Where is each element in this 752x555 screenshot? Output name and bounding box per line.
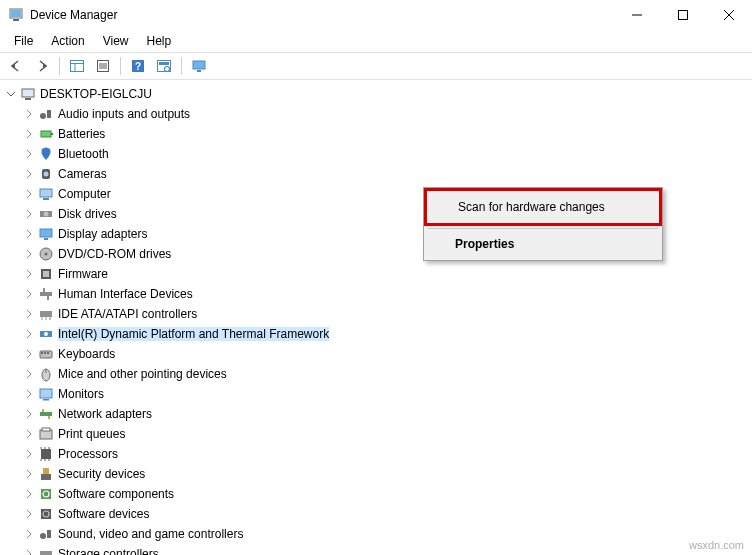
- tree-item-label: Firmware: [58, 267, 108, 281]
- tree-item[interactable]: Batteries: [2, 124, 750, 144]
- device-category-icon: [38, 206, 54, 222]
- back-button[interactable]: [4, 55, 28, 77]
- svg-rect-39: [40, 292, 52, 296]
- properties-button[interactable]: [91, 55, 115, 77]
- expand-icon[interactable]: [22, 227, 36, 241]
- tree-item-label: Processors: [58, 447, 118, 461]
- expand-icon[interactable]: [22, 467, 36, 481]
- scan-hardware-button[interactable]: [152, 55, 176, 77]
- svg-rect-56: [40, 412, 52, 416]
- expand-icon[interactable]: [22, 367, 36, 381]
- monitor-button[interactable]: [187, 55, 211, 77]
- tree-item-label: Computer: [58, 187, 111, 201]
- tree-item-label: IDE ATA/ATAPI controllers: [58, 307, 197, 321]
- device-category-icon: [38, 466, 54, 482]
- svg-rect-4: [679, 11, 688, 20]
- expand-icon[interactable]: [22, 127, 36, 141]
- device-category-icon: [38, 366, 54, 382]
- device-category-icon: [38, 126, 54, 142]
- svg-point-23: [40, 113, 46, 119]
- tree-item[interactable]: Network adapters: [2, 404, 750, 424]
- expand-icon[interactable]: [22, 327, 36, 341]
- titlebar: Device Manager: [0, 0, 752, 30]
- expand-icon[interactable]: [22, 247, 36, 261]
- tree-item[interactable]: Firmware: [2, 264, 750, 284]
- tree-item[interactable]: Intel(R) Dynamic Platform and Thermal Fr…: [2, 324, 750, 344]
- expand-icon[interactable]: [22, 287, 36, 301]
- expand-icon[interactable]: [22, 447, 36, 461]
- tree-item[interactable]: Bluetooth: [2, 144, 750, 164]
- expand-icon[interactable]: [22, 107, 36, 121]
- tree-item[interactable]: Processors: [2, 444, 750, 464]
- context-menu-scan-hardware[interactable]: Scan for hardware changes: [430, 194, 656, 220]
- expand-icon[interactable]: [22, 427, 36, 441]
- expand-icon[interactable]: [22, 487, 36, 501]
- expand-icon[interactable]: [22, 147, 36, 161]
- minimize-button[interactable]: [614, 0, 660, 30]
- tree-item-label: Mice and other pointing devices: [58, 367, 227, 381]
- expand-icon[interactable]: [22, 387, 36, 401]
- menu-help[interactable]: Help: [139, 32, 180, 50]
- device-category-icon: [38, 346, 54, 362]
- tree-item[interactable]: Audio inputs and outputs: [2, 104, 750, 124]
- tree-root[interactable]: DESKTOP-EIGLCJU: [2, 84, 750, 104]
- device-category-icon: [38, 326, 54, 342]
- svg-rect-41: [47, 296, 49, 300]
- tree-item-label: Human Interface Devices: [58, 287, 193, 301]
- tree-item[interactable]: Print queues: [2, 424, 750, 444]
- context-menu-properties[interactable]: Properties: [427, 231, 659, 257]
- expand-icon[interactable]: [22, 527, 36, 541]
- expand-icon[interactable]: [22, 347, 36, 361]
- expand-icon[interactable]: [22, 187, 36, 201]
- forward-button[interactable]: [30, 55, 54, 77]
- tree-item[interactable]: Sound, video and game controllers: [2, 524, 750, 544]
- tree-item[interactable]: Monitors: [2, 384, 750, 404]
- tree-item[interactable]: Software devices: [2, 504, 750, 524]
- expand-icon[interactable]: [22, 207, 36, 221]
- expand-icon[interactable]: [22, 167, 36, 181]
- tree-item-label: Disk drives: [58, 207, 117, 221]
- expand-icon[interactable]: [22, 307, 36, 321]
- menu-action[interactable]: Action: [43, 32, 92, 50]
- menubar: File Action View Help: [0, 30, 752, 52]
- tree-item[interactable]: Human Interface Devices: [2, 284, 750, 304]
- toolbar-separator: [120, 57, 121, 75]
- tree-item[interactable]: Software components: [2, 484, 750, 504]
- svg-rect-61: [41, 449, 51, 459]
- tree-item-label: Batteries: [58, 127, 105, 141]
- svg-rect-34: [44, 238, 48, 240]
- device-category-icon: [38, 146, 54, 162]
- tree-item-label: Bluetooth: [58, 147, 109, 161]
- tree-item-label: Audio inputs and outputs: [58, 107, 190, 121]
- tree-item[interactable]: IDE ATA/ATAPI controllers: [2, 304, 750, 324]
- tree-item[interactable]: Keyboards: [2, 344, 750, 364]
- show-hide-tree-button[interactable]: [65, 55, 89, 77]
- app-icon: [8, 7, 24, 23]
- expand-icon[interactable]: [22, 407, 36, 421]
- toolbar-separator: [59, 57, 60, 75]
- svg-rect-25: [41, 131, 51, 137]
- help-button[interactable]: ?: [126, 55, 150, 77]
- menu-view[interactable]: View: [95, 32, 137, 50]
- device-category-icon: [38, 486, 54, 502]
- svg-rect-57: [42, 409, 44, 412]
- tree-item[interactable]: Cameras: [2, 164, 750, 184]
- tree-item-label: Sound, video and game controllers: [58, 527, 243, 541]
- tree-item[interactable]: Security devices: [2, 464, 750, 484]
- device-category-icon: [38, 266, 54, 282]
- collapse-icon[interactable]: [4, 87, 18, 101]
- device-tree[interactable]: DESKTOP-EIGLCJU Audio inputs and outputs…: [0, 80, 752, 555]
- svg-rect-33: [40, 229, 52, 237]
- expand-icon[interactable]: [22, 507, 36, 521]
- device-category-icon: [38, 306, 54, 322]
- menu-file[interactable]: File: [6, 32, 41, 50]
- maximize-button[interactable]: [660, 0, 706, 30]
- expand-icon[interactable]: [22, 547, 36, 555]
- expand-icon[interactable]: [22, 267, 36, 281]
- tree-item-label: Print queues: [58, 427, 125, 441]
- device-category-icon: [38, 446, 54, 462]
- device-category-icon: [38, 186, 54, 202]
- close-button[interactable]: [706, 0, 752, 30]
- tree-item[interactable]: Storage controllers: [2, 544, 750, 555]
- tree-item[interactable]: Mice and other pointing devices: [2, 364, 750, 384]
